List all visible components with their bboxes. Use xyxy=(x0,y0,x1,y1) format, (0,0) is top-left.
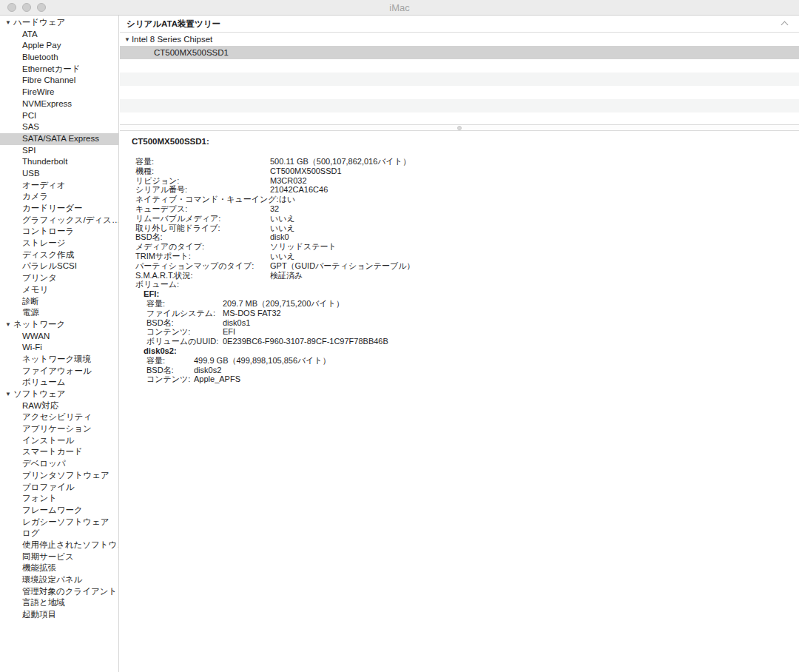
sidebar-item-label: RAW対応 xyxy=(22,401,58,410)
sidebar-item[interactable]: ▼パラレルSCSI xyxy=(0,261,118,272)
sidebar-item[interactable]: ▼グラフィックス/ディス… xyxy=(0,215,118,226)
disclosure-triangle-icon[interactable]: ▼ xyxy=(5,389,11,400)
sidebar-item-label: ボリューム xyxy=(22,377,66,386)
disclosure-triangle-icon[interactable]: ▼ xyxy=(124,33,130,47)
sidebar-item-label: 同期サービス xyxy=(22,552,74,561)
sidebar-item[interactable]: ▼ディスク作成 xyxy=(0,249,118,261)
sidebar-item[interactable]: ▼ハードウェア xyxy=(0,17,118,29)
zoom-button[interactable] xyxy=(37,3,46,12)
sidebar-item[interactable]: ▼プリンタソフトウェア xyxy=(0,470,118,482)
sidebar-item[interactable]: ▼USB xyxy=(0,168,118,180)
tree-row-device[interactable]: CT500MX500SSD1 xyxy=(120,46,799,59)
sidebar-item[interactable]: ▼WWAN xyxy=(0,331,118,343)
sidebar-item[interactable]: ▼起動項目 xyxy=(0,609,118,621)
device-tree-header: シリアルATA装置ツリー xyxy=(120,16,799,33)
detail-row: 容量:209.7 MB（209,715,200バイト） xyxy=(120,299,799,309)
detail-value: いいえ xyxy=(270,224,295,233)
sidebar-item[interactable]: ▼メモリ xyxy=(0,284,118,296)
sidebar-item-label: メモリ xyxy=(22,285,48,294)
sidebar-item[interactable]: ▼フォント xyxy=(0,493,118,505)
titlebar: iMac xyxy=(0,0,799,16)
sidebar-item-label: ログ xyxy=(22,528,40,537)
sidebar-item[interactable]: ▼Thunderbolt xyxy=(0,156,118,168)
pane-splitter[interactable] xyxy=(120,124,799,131)
detail-label: TRIMサポート: xyxy=(135,252,270,261)
sidebar-item[interactable]: ▼SAS xyxy=(0,121,118,133)
sidebar-item-label: 起動項目 xyxy=(22,610,56,619)
sidebar-item-label: FireWire xyxy=(22,87,54,96)
disclosure-triangle-icon[interactable]: ▼ xyxy=(5,319,11,331)
detail-row: シリアル番号:21042CA16C46 xyxy=(120,185,799,195)
detail-value: 32 xyxy=(270,204,279,214)
sidebar-item[interactable]: ▼プリンタ xyxy=(0,272,118,284)
sidebar-item[interactable]: ▼Apple Pay xyxy=(0,40,118,52)
sidebar-item[interactable]: ▼ソフトウェア xyxy=(0,389,118,400)
tree-row-chipset[interactable]: ▼Intel 8 Series Chipset xyxy=(120,33,799,46)
sidebar-item-label: スマートカード xyxy=(22,447,83,456)
sidebar-item[interactable]: ▼アクセシビリティ xyxy=(0,411,118,423)
sidebar-item[interactable]: ▼インストール xyxy=(0,435,118,447)
disclosure-triangle-icon[interactable]: ▼ xyxy=(5,17,11,29)
sidebar-item[interactable]: ▼ログ xyxy=(0,528,118,540)
sidebar-item[interactable]: ▼NVMExpress xyxy=(0,98,118,110)
sidebar-item[interactable]: ▼ネットワーク環境 xyxy=(0,354,118,366)
sidebar-item[interactable]: ▼コントローラ xyxy=(0,226,118,238)
sidebar-item[interactable]: ▼管理対象のクライアント xyxy=(0,586,118,598)
sidebar-item[interactable]: ▼フレームワーク xyxy=(0,505,118,517)
sidebar-item[interactable]: ▼ボリューム xyxy=(0,377,118,389)
sidebar-item[interactable]: ▼言語と地域 xyxy=(0,597,118,609)
sidebar-item[interactable]: ▼ストレージ xyxy=(0,238,118,249)
sidebar-item-label: PCI xyxy=(22,111,36,120)
sidebar-item[interactable]: ▼Fibre Channel xyxy=(0,75,118,87)
detail-label: BSD名: xyxy=(146,366,194,375)
sidebar-item[interactable]: ▼カードリーダー xyxy=(0,203,118,215)
sidebar-item[interactable]: ▼スマートカード xyxy=(0,446,118,458)
sidebar-item-label: ファイアウォール xyxy=(22,366,92,375)
sidebar-item[interactable]: ▼カメラ xyxy=(0,191,118,203)
collapse-tree-button[interactable] xyxy=(780,19,790,29)
detail-label: disk0s2: xyxy=(144,346,191,356)
sidebar-item[interactable]: ▼レガシーソフトウェア xyxy=(0,517,118,528)
sidebar-item[interactable]: ▼電源 xyxy=(0,307,118,319)
window-title: iMac xyxy=(0,2,799,13)
splitter-handle-icon[interactable] xyxy=(457,126,462,130)
sidebar-item[interactable]: ▼Wi-Fi xyxy=(0,342,118,354)
detail-row: リムーバブルメディア:いいえ xyxy=(120,214,799,224)
detail-value: ソリッドステート xyxy=(270,242,337,252)
detail-row: BSD名:disk0s2 xyxy=(120,366,799,375)
sidebar-item[interactable]: ▼FireWire xyxy=(0,87,118,98)
detail-row: disk0s2: xyxy=(120,346,799,356)
sidebar-item-label: 管理対象のクライアント xyxy=(22,587,117,596)
sidebar-item[interactable]: ▼診断 xyxy=(0,296,118,308)
sidebar-item[interactable]: ▼プロファイル xyxy=(0,482,118,494)
detail-label: メディアのタイプ: xyxy=(135,242,270,252)
sidebar-item-label: 電源 xyxy=(22,308,39,317)
sidebar-item[interactable]: ▼SATA/SATA Express xyxy=(0,133,118,145)
detail-row: BSD名:disk0 xyxy=(120,232,799,242)
detail-label: 取り外し可能ドライブ: xyxy=(135,224,270,233)
sidebar-item[interactable]: ▼Bluetooth xyxy=(0,52,118,64)
close-button[interactable] xyxy=(7,3,16,12)
sidebar-item[interactable]: ▼SPI xyxy=(0,145,118,157)
sidebar-item[interactable]: ▼同期サービス xyxy=(0,551,118,563)
detail-value: 21042CA16C46 xyxy=(270,185,328,195)
sidebar-item-label: ソフトウェア xyxy=(13,389,66,398)
sidebar-item[interactable]: ▼Ethernetカード xyxy=(0,64,118,75)
sidebar-item[interactable]: ▼PCI xyxy=(0,110,118,122)
sidebar-item[interactable]: ▼機能拡張 xyxy=(0,562,118,574)
sidebar-item[interactable]: ▼RAW対応 xyxy=(0,400,118,412)
detail-value: はい xyxy=(279,195,296,204)
detail-row: パーティションマップのタイプ:GPT（GUIDパーティションテーブル） xyxy=(120,261,799,271)
sidebar-item[interactable]: ▼ネットワーク xyxy=(0,319,118,331)
sidebar-item[interactable]: ▼使用停止されたソフトウ… xyxy=(0,540,118,551)
minimize-button[interactable] xyxy=(22,3,31,12)
sidebar-item[interactable]: ▼環境設定パネル xyxy=(0,574,118,586)
sidebar-item[interactable]: ▼オーディオ xyxy=(0,180,118,192)
sidebar-item-label: ディスク作成 xyxy=(22,250,74,259)
sidebar-item[interactable]: ▼アプリケーション xyxy=(0,423,118,435)
sidebar-item[interactable]: ▼ファイアウォール xyxy=(0,366,118,377)
sidebar-item-label: Ethernetカード xyxy=(22,64,81,73)
sidebar-item[interactable]: ▼ATA xyxy=(0,29,118,41)
sidebar-item[interactable]: ▼デベロッパ xyxy=(0,458,118,470)
sidebar-item-label: ネットワーク xyxy=(13,320,65,329)
